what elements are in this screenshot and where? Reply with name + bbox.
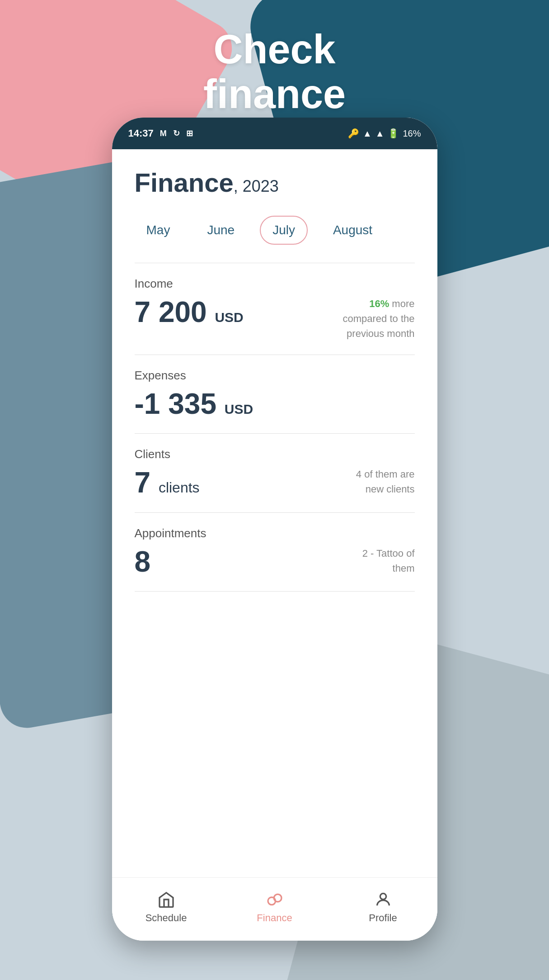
tab-june[interactable]: June (195, 217, 246, 244)
key-icon: 🔑 (348, 128, 359, 139)
income-row: 7 200 USD 16% morecompared to thepreviou… (135, 296, 415, 341)
status-bar: 14:37 M ↻ ⊞ 🔑 ▲ ▲ 🔋 16% (112, 118, 437, 149)
finance-title: Finance, 2023 (135, 167, 415, 198)
clients-section: Clients 7 clients 4 of them arenew clien… (135, 447, 415, 498)
appointments-value: 8 (135, 546, 151, 578)
clients-value: 7 clients (135, 467, 200, 498)
divider-5 (135, 591, 415, 592)
coins-icon (266, 890, 284, 909)
person-icon (374, 890, 392, 909)
bottom-nav: Schedule Finance Profile (112, 877, 437, 941)
income-section: Income 7 200 USD 16% morecompared to the… (135, 277, 415, 341)
appointments-label: Appointments (135, 526, 415, 540)
battery-percent: 16% (403, 128, 421, 139)
tab-may[interactable]: May (135, 217, 182, 244)
divider-1 (135, 263, 415, 263)
nav-item-schedule[interactable]: Schedule (139, 890, 193, 924)
appointments-section: Appointments 8 2 - Tattoo ofthem (135, 526, 415, 578)
divider-3 (135, 433, 415, 434)
wifi-icon: ▲ (363, 128, 372, 139)
expenses-row: -1 335 USD (135, 388, 415, 420)
gmail-icon: M (160, 129, 167, 138)
signal-icon: ▲ (375, 128, 385, 139)
page-heading: Check finance (0, 27, 549, 117)
nav-item-profile[interactable]: Profile (356, 890, 410, 924)
clients-value-label: clients (159, 479, 200, 496)
app-content: Finance, 2023 May June July August Incom… (112, 149, 437, 941)
appointments-note: 2 - Tattoo ofthem (362, 546, 415, 576)
income-note-highlight: 16% (369, 298, 389, 309)
heading-line1: Check (0, 27, 549, 72)
expenses-label: Expenses (135, 369, 415, 383)
income-note: 16% morecompared to theprevious month (343, 296, 415, 341)
svg-point-1 (274, 894, 282, 902)
nav-label-schedule: Schedule (145, 912, 187, 924)
svg-point-2 (380, 893, 386, 899)
nav-label-profile: Profile (369, 912, 397, 924)
expenses-value: -1 335 USD (135, 388, 253, 420)
nav-item-finance[interactable]: Finance (248, 890, 302, 924)
app-year: , 2023 (234, 177, 279, 195)
nav-label-finance: Finance (257, 912, 292, 924)
heading-line2: finance (0, 72, 549, 117)
main-scroll: Finance, 2023 May June July August Incom… (112, 149, 437, 877)
income-label: Income (135, 277, 415, 291)
app-title: Finance (135, 168, 234, 197)
teams-icon: ⊞ (186, 128, 193, 138)
status-time: 14:37 (128, 128, 154, 139)
sync-icon: ↻ (173, 128, 180, 138)
divider-2 (135, 355, 415, 355)
battery-icon: 🔋 (388, 128, 399, 139)
income-value: 7 200 USD (135, 296, 244, 328)
clients-row: 7 clients 4 of them arenew clients (135, 467, 415, 498)
month-tabs: May June July August (135, 216, 415, 245)
status-left: 14:37 M ↻ ⊞ (128, 128, 193, 139)
appointments-row: 8 2 - Tattoo ofthem (135, 546, 415, 578)
clients-label: Clients (135, 447, 415, 461)
tab-august[interactable]: August (321, 217, 384, 244)
phone-frame: 14:37 M ↻ ⊞ 🔑 ▲ ▲ 🔋 16% Finance, 2023 Ma… (112, 118, 437, 941)
status-right: 🔑 ▲ ▲ 🔋 16% (348, 128, 421, 139)
divider-4 (135, 512, 415, 513)
tab-july[interactable]: July (260, 216, 308, 245)
home-icon (157, 890, 175, 909)
expenses-section: Expenses -1 335 USD (135, 369, 415, 420)
clients-note: 4 of them arenew clients (356, 467, 415, 497)
